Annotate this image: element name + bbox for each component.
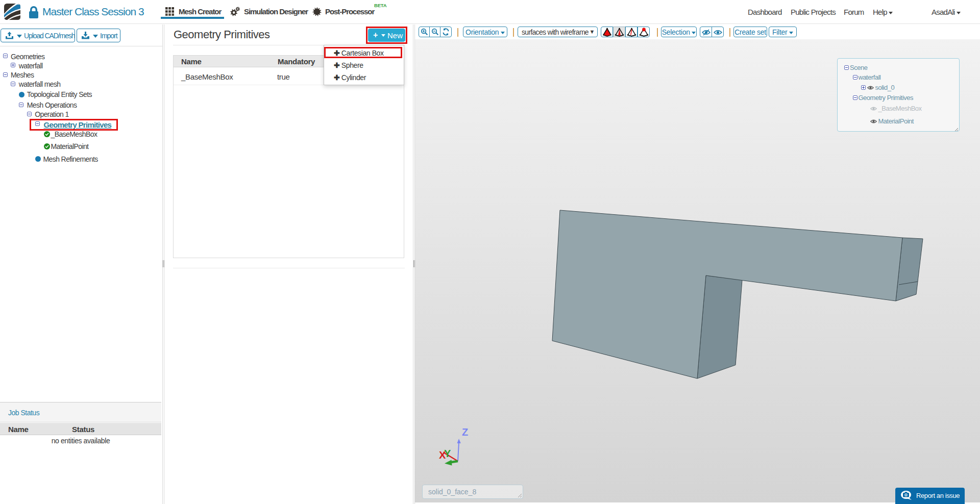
svg-text:Z: Z: [462, 426, 468, 438]
svg-text:Y: Y: [444, 448, 451, 459]
